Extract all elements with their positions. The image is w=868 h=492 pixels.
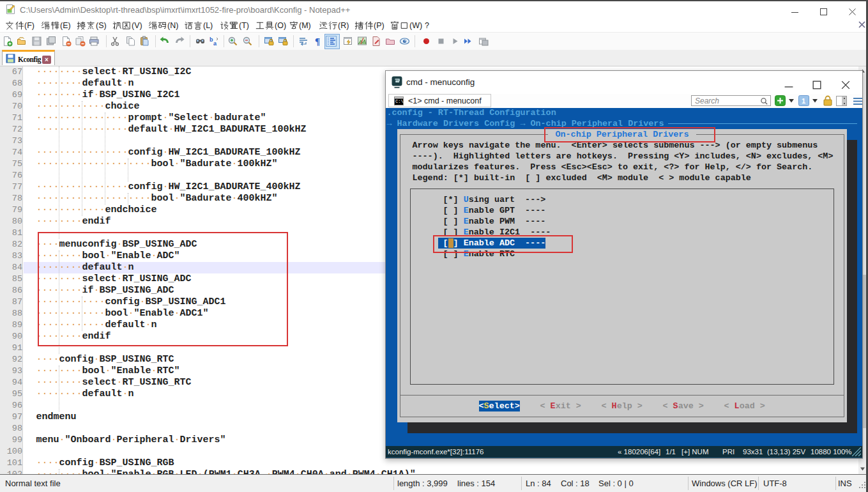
svg-text:¶: ¶ bbox=[315, 36, 320, 47]
svg-text:C:\: C:\ bbox=[395, 99, 404, 104]
svg-text:1: 1 bbox=[802, 97, 805, 105]
svg-text:a: a bbox=[213, 40, 217, 47]
